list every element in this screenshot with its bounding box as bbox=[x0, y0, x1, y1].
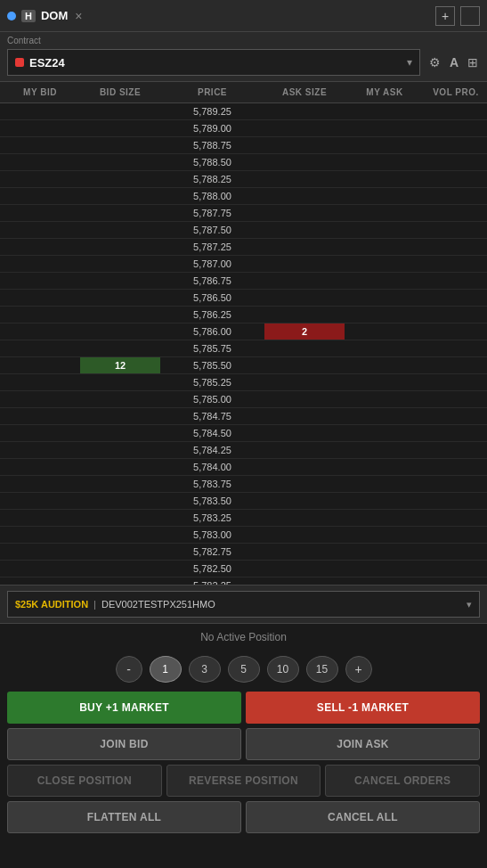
quantity-plus-button[interactable]: + bbox=[345, 656, 372, 683]
table-row[interactable]: 5,788.00 bbox=[0, 188, 487, 205]
cell-my-bid[interactable] bbox=[0, 527, 80, 543]
table-row[interactable]: 5,785.75 bbox=[0, 340, 487, 357]
quantity-3-button[interactable]: 3 bbox=[189, 656, 221, 683]
cell-ask-size[interactable] bbox=[264, 340, 345, 356]
cell-ask-size[interactable] bbox=[264, 171, 345, 187]
cell-ask-size[interactable] bbox=[264, 425, 345, 441]
quantity-15-button[interactable]: 15 bbox=[306, 656, 338, 683]
cell-my-ask[interactable] bbox=[345, 493, 425, 509]
cell-ask-size[interactable] bbox=[264, 205, 345, 221]
cell-my-ask[interactable] bbox=[345, 374, 425, 390]
cell-my-bid[interactable] bbox=[0, 408, 80, 424]
cell-ask-size[interactable] bbox=[264, 120, 345, 136]
cell-bid-size[interactable] bbox=[80, 493, 160, 509]
cell-bid-size[interactable] bbox=[80, 239, 160, 255]
cell-bid-size[interactable] bbox=[80, 120, 160, 136]
cell-bid-size[interactable] bbox=[80, 103, 160, 119]
cell-bid-size[interactable] bbox=[80, 561, 160, 577]
cell-my-bid[interactable] bbox=[0, 137, 80, 153]
cell-bid-size[interactable] bbox=[80, 222, 160, 238]
cell-my-ask[interactable] bbox=[345, 476, 425, 492]
cell-my-bid[interactable] bbox=[0, 307, 80, 323]
cell-bid-size[interactable] bbox=[80, 527, 160, 543]
cell-ask-size[interactable] bbox=[264, 137, 345, 153]
cell-my-bid[interactable] bbox=[0, 442, 80, 458]
cell-bid-size[interactable] bbox=[80, 171, 160, 187]
cell-ask-size[interactable] bbox=[264, 459, 345, 475]
contract-select[interactable]: ESZ24 ▾ bbox=[7, 49, 420, 76]
cell-my-bid[interactable] bbox=[0, 154, 80, 170]
table-row[interactable]: 5,789.00 bbox=[0, 120, 487, 137]
table-row[interactable]: 5,787.75 bbox=[0, 205, 487, 222]
cell-ask-size[interactable] bbox=[264, 527, 345, 543]
cell-bid-size[interactable] bbox=[80, 188, 160, 204]
cell-my-ask[interactable] bbox=[345, 577, 425, 585]
cell-ask-size[interactable] bbox=[264, 290, 345, 306]
cell-my-bid[interactable] bbox=[0, 323, 80, 340]
table-row[interactable]: 5,788.75 bbox=[0, 137, 487, 154]
table-row[interactable]: 5,783.50 bbox=[0, 493, 487, 510]
cell-ask-size[interactable] bbox=[264, 222, 345, 238]
maximize-button[interactable] bbox=[460, 6, 480, 26]
add-tab-button[interactable]: + bbox=[435, 6, 455, 26]
cell-my-bid[interactable] bbox=[0, 459, 80, 475]
cell-my-ask[interactable] bbox=[345, 171, 425, 187]
table-row[interactable]: 125,785.50 bbox=[0, 357, 487, 374]
buy-market-button[interactable]: BUY +1 MARKET bbox=[7, 692, 241, 724]
cell-ask-size[interactable] bbox=[264, 493, 345, 509]
cell-bid-size[interactable] bbox=[80, 273, 160, 289]
cell-my-ask[interactable] bbox=[345, 544, 425, 560]
cell-my-bid[interactable] bbox=[0, 256, 80, 272]
cell-bid-size[interactable] bbox=[80, 459, 160, 475]
close-tab-icon[interactable]: × bbox=[75, 9, 82, 23]
table-row[interactable]: 5,783.00 bbox=[0, 527, 487, 544]
cell-my-bid[interactable] bbox=[0, 425, 80, 441]
cell-my-bid[interactable] bbox=[0, 188, 80, 204]
cell-ask-size[interactable]: 2 bbox=[264, 323, 345, 340]
cell-ask-size[interactable] bbox=[264, 357, 345, 373]
cell-ask-size[interactable] bbox=[264, 256, 345, 272]
cell-my-ask[interactable] bbox=[345, 239, 425, 255]
join-bid-button[interactable]: JOIN BID bbox=[7, 728, 241, 760]
table-row[interactable]: 5,783.75 bbox=[0, 476, 487, 493]
cell-my-ask[interactable] bbox=[345, 510, 425, 526]
cell-my-bid[interactable] bbox=[0, 222, 80, 238]
table-row[interactable]: 5,785.00 bbox=[0, 391, 487, 408]
cell-my-ask[interactable] bbox=[345, 205, 425, 221]
cell-bid-size[interactable] bbox=[80, 340, 160, 356]
cell-bid-size[interactable] bbox=[80, 205, 160, 221]
table-row[interactable]: 5,786.25 bbox=[0, 307, 487, 323]
cell-bid-size[interactable] bbox=[80, 256, 160, 272]
cell-bid-size[interactable] bbox=[80, 544, 160, 560]
cell-ask-size[interactable] bbox=[264, 544, 345, 560]
cell-my-ask[interactable] bbox=[345, 442, 425, 458]
cell-ask-size[interactable] bbox=[264, 188, 345, 204]
cell-my-ask[interactable] bbox=[345, 527, 425, 543]
cell-bid-size[interactable] bbox=[80, 137, 160, 153]
table-row[interactable]: 5,786.50 bbox=[0, 290, 487, 307]
cell-ask-size[interactable] bbox=[264, 273, 345, 289]
table-row[interactable]: 5,787.25 bbox=[0, 239, 487, 256]
cell-bid-size[interactable] bbox=[80, 290, 160, 306]
cell-my-bid[interactable] bbox=[0, 493, 80, 509]
table-row[interactable]: 5,788.50 bbox=[0, 154, 487, 171]
account-select[interactable]: $25K AUDITION | DEV002TESTPX251HMO ▾ bbox=[7, 591, 480, 618]
cell-ask-size[interactable] bbox=[264, 442, 345, 458]
cell-my-ask[interactable] bbox=[345, 459, 425, 475]
cancel-orders-button[interactable]: CANCEL ORDERS bbox=[325, 765, 480, 797]
cell-bid-size[interactable] bbox=[80, 391, 160, 407]
table-row[interactable]: 5,784.75 bbox=[0, 408, 487, 425]
cell-bid-size[interactable] bbox=[80, 323, 160, 340]
cell-my-ask[interactable] bbox=[345, 154, 425, 170]
cell-ask-size[interactable] bbox=[264, 307, 345, 323]
cell-my-bid[interactable] bbox=[0, 476, 80, 492]
cell-my-ask[interactable] bbox=[345, 391, 425, 407]
cell-my-ask[interactable] bbox=[345, 290, 425, 306]
cell-ask-size[interactable] bbox=[264, 510, 345, 526]
table-row[interactable]: 5,788.25 bbox=[0, 171, 487, 188]
cell-my-bid[interactable] bbox=[0, 120, 80, 136]
cell-my-ask[interactable] bbox=[345, 425, 425, 441]
cell-my-ask[interactable] bbox=[345, 323, 425, 340]
cell-my-bid[interactable] bbox=[0, 391, 80, 407]
cell-bid-size[interactable] bbox=[80, 425, 160, 441]
